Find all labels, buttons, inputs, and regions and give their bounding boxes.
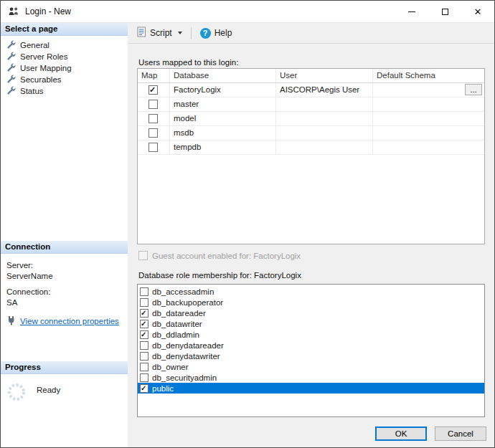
view-connection-properties-row: View connection properties [6, 315, 122, 327]
role-checkbox[interactable] [140, 287, 148, 296]
help-button[interactable]: ? Help [196, 25, 237, 42]
progress-panel: Progress Ready [1, 361, 128, 447]
role-list-item[interactable]: db_denydatawriter [138, 351, 484, 361]
guest-account-row: Guest account enabled for: FactoryLogix [138, 251, 301, 260]
user-cell[interactable] [276, 126, 373, 140]
connection-header: Connection [1, 241, 128, 254]
role-label: db_ddladmin [152, 330, 199, 339]
role-membership-list[interactable]: db_accessadmin db_backupoperator db_data… [137, 284, 485, 417]
role-label: public [152, 384, 174, 393]
map-checkbox[interactable] [148, 114, 158, 123]
sidebar-item-label: User Mapping [20, 64, 72, 72]
map-checkbox[interactable] [148, 85, 158, 95]
role-list-item[interactable]: db_denydatareader [138, 340, 484, 351]
select-page-header: Select a page [1, 23, 128, 36]
role-checkbox[interactable] [140, 320, 148, 328]
default-schema-cell[interactable] [373, 126, 484, 140]
server-value: ServerName [6, 272, 122, 280]
column-header-user: User [276, 69, 373, 83]
view-connection-properties-link[interactable]: View connection properties [20, 317, 119, 325]
role-checkbox[interactable] [140, 330, 148, 339]
window-title: Login - New [25, 6, 71, 16]
map-checkbox[interactable] [148, 143, 158, 152]
page-wrench-icon [6, 63, 16, 73]
table-row[interactable]: FactoryLogix AISCORP\Aegis User ... [138, 83, 484, 97]
role-list-item[interactable]: db_datareader [138, 308, 484, 318]
role-list-item-selected[interactable]: public [138, 383, 484, 394]
role-list-item[interactable]: db_accessadmin [138, 286, 484, 297]
role-checkbox[interactable] [140, 341, 148, 350]
database-cell: model [170, 112, 276, 126]
role-label: db_owner [152, 363, 189, 371]
script-button[interactable]: Script [133, 24, 187, 42]
cancel-button[interactable]: Cancel [435, 426, 486, 441]
close-button[interactable]: ✕ [461, 1, 494, 22]
default-schema-cell[interactable] [373, 112, 484, 126]
page-wrench-icon [6, 75, 16, 85]
close-icon: ✕ [474, 7, 482, 16]
user-mapping-table: Map Database User Default Schema Factory… [137, 68, 485, 244]
default-schema-cell[interactable]: ... [373, 83, 484, 97]
sidebar-item-user-mapping[interactable]: User Mapping [1, 62, 128, 74]
ok-button[interactable]: OK [375, 426, 427, 441]
role-checkbox[interactable] [140, 309, 148, 318]
role-list-item[interactable]: db_backupoperator [138, 297, 484, 308]
map-checkbox[interactable] [148, 128, 158, 138]
user-cell[interactable] [276, 112, 373, 126]
role-list-item[interactable]: db_owner [138, 361, 484, 372]
default-schema-cell[interactable] [373, 97, 484, 112]
minimize-icon [408, 11, 415, 12]
connection-value: SA [6, 298, 122, 307]
maximize-button[interactable] [428, 1, 461, 22]
table-row[interactable]: model [138, 112, 484, 126]
minimize-button[interactable] [395, 1, 428, 22]
table-row[interactable]: tempdb [138, 140, 484, 155]
role-label: db_datareader [152, 309, 206, 318]
role-checkbox[interactable] [140, 298, 148, 307]
select-page-panel: Select a page General Server Roles User … [1, 23, 128, 241]
toolbar-separator [191, 27, 192, 39]
database-cell: FactoryLogix [170, 83, 276, 97]
sidebar-item-status[interactable]: Status [1, 85, 128, 97]
user-cell[interactable] [276, 140, 373, 155]
role-list-item[interactable]: db_datawriter [138, 318, 484, 329]
role-list-item[interactable]: db_ddladmin [138, 329, 484, 340]
database-cell: tempdb [170, 140, 276, 155]
help-icon: ? [200, 28, 211, 39]
connection-properties-icon [6, 315, 16, 327]
map-checkbox[interactable] [148, 100, 158, 109]
sidebar-item-general[interactable]: General [1, 39, 128, 51]
default-schema-cell[interactable] [373, 140, 484, 155]
role-checkbox[interactable] [140, 373, 148, 382]
user-cell[interactable] [276, 97, 373, 112]
sidebar-item-label: Status [20, 87, 44, 95]
sidebar-item-server-roles[interactable]: Server Roles [1, 51, 128, 62]
progress-body: Ready [1, 374, 128, 404]
role-checkbox[interactable] [140, 352, 148, 361]
connection-body: Server: ServerName Connection: SA View c… [1, 254, 128, 327]
table-row[interactable]: msdb [138, 126, 484, 140]
role-list-item[interactable]: db_securityadmin [138, 372, 484, 383]
sidebar-item-label: General [20, 41, 50, 49]
page-wrench-icon [6, 86, 16, 96]
role-checkbox[interactable] [140, 384, 148, 393]
sidebar-item-securables[interactable]: Securables [1, 74, 128, 85]
title-bar: Login - New ✕ [1, 1, 494, 23]
page-list: General Server Roles User Mapping Secura… [1, 36, 128, 97]
table-row[interactable]: master [138, 97, 484, 112]
script-dropdown-icon [178, 32, 182, 34]
guest-account-checkbox [138, 251, 148, 260]
guest-account-label: Guest account enabled for: FactoryLogix [152, 252, 301, 260]
role-checkbox[interactable] [140, 363, 148, 371]
sidebar: Select a page General Server Roles User … [1, 23, 128, 447]
page-wrench-icon [6, 40, 16, 50]
page-wrench-icon [6, 52, 16, 62]
main-area: Script ? Help Users mapped to this login… [128, 23, 494, 447]
script-button-label: Script [150, 28, 172, 38]
role-membership-label: Database role membership for: FactoryLog… [138, 271, 301, 280]
role-label: db_datawriter [152, 320, 202, 328]
browse-schema-button[interactable]: ... [465, 84, 482, 95]
column-header-map: Map [138, 69, 170, 83]
user-cell[interactable]: AISCORP\Aegis User [276, 83, 373, 97]
login-icon [8, 6, 19, 17]
